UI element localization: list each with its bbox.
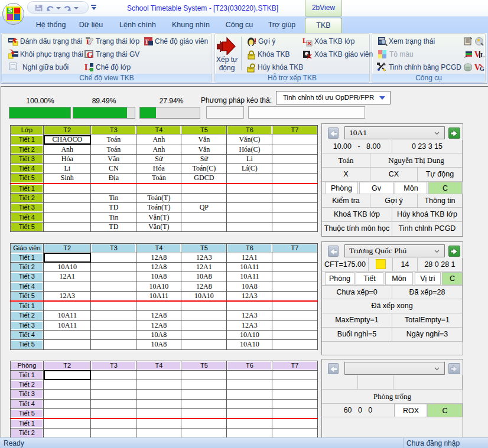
svg-text:L: L <box>84 63 90 72</box>
svg-text:T: T <box>145 38 149 45</box>
svg-text:G: G <box>87 51 93 59</box>
svg-text:L: L <box>480 51 484 58</box>
